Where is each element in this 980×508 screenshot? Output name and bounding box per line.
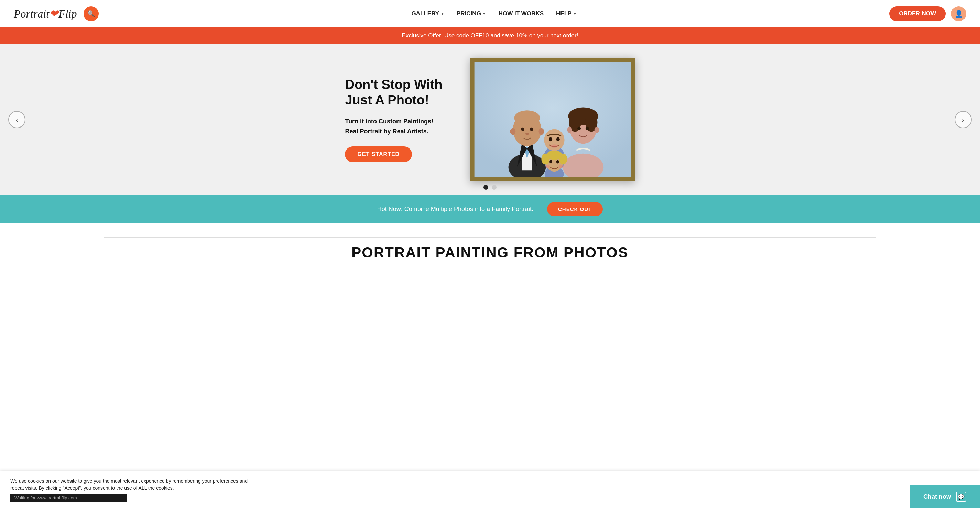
hero-section: ‹ Don't Stop With Just A Photo! Turn it … <box>0 44 980 195</box>
hero-subtext: Turn it into Custom Paintings! Real Port… <box>345 116 442 137</box>
divider-top <box>103 237 877 238</box>
main-nav: GALLERY ▼ PRICING ▼ HOW IT WORKS HELP ▼ <box>412 10 577 17</box>
hero-heading: Don't Stop With Just A Photo! <box>345 77 442 108</box>
svg-point-26 <box>556 137 560 141</box>
svg-point-36 <box>558 165 563 168</box>
user-account-button[interactable]: 👤 <box>951 6 966 21</box>
header-actions: ORDER NOW 👤 <box>889 6 966 21</box>
header-left: Portrait❤Flip 🔍 <box>14 6 99 21</box>
hot-now-text: Hot Now: Combine Multiple Photos into a … <box>377 206 533 213</box>
promo-text: Exclusive Offer: Use code OFF10 and save… <box>402 32 578 39</box>
search-icon: 🔍 <box>88 10 95 17</box>
carousel-dot-1[interactable] <box>484 185 488 190</box>
checkout-button[interactable]: CHECK OUT <box>547 202 603 216</box>
section-title: PORTRAIT PAINTING FROM PHOTOS <box>7 244 973 261</box>
carousel-dot-2[interactable] <box>492 185 496 190</box>
svg-point-22 <box>594 127 599 133</box>
hot-now-bar: Hot Now: Combine Multiple Photos into a … <box>0 195 980 223</box>
section-title-area: PORTRAIT PAINTING FROM PHOTOS <box>0 223 980 271</box>
header: Portrait❤Flip 🔍 GALLERY ▼ PRICING ▼ HOW … <box>0 0 980 27</box>
search-button[interactable]: 🔍 <box>84 6 99 21</box>
svg-point-8 <box>514 110 540 125</box>
logo[interactable]: Portrait❤Flip <box>14 7 77 20</box>
carousel-prev-button[interactable]: ‹ <box>8 111 25 128</box>
hero-text: Don't Stop With Just A Photo! Turn it in… <box>345 77 442 163</box>
hero-image <box>470 58 635 181</box>
portrait-painting <box>474 62 631 177</box>
order-now-button[interactable]: ORDER NOW <box>889 6 946 21</box>
chevron-left-icon: ‹ <box>16 116 18 124</box>
svg-point-21 <box>567 127 572 133</box>
svg-point-19 <box>578 127 581 130</box>
svg-point-10 <box>530 127 533 131</box>
svg-point-33 <box>549 160 552 164</box>
svg-point-27 <box>550 144 558 148</box>
user-icon: 👤 <box>955 10 963 18</box>
svg-point-9 <box>521 127 524 131</box>
chevron-down-icon: ▼ <box>441 12 444 16</box>
promo-bar: Exclusive Offer: Use code OFF10 and save… <box>0 27 980 44</box>
carousel-dots <box>484 185 496 190</box>
carousel-next-button[interactable]: › <box>955 111 972 128</box>
svg-point-34 <box>556 160 559 164</box>
chevron-right-icon: › <box>962 116 964 124</box>
chevron-down-icon: ▼ <box>573 12 577 16</box>
nav-help[interactable]: HELP ▼ <box>556 10 577 17</box>
svg-point-11 <box>525 133 528 135</box>
nav-how-it-works[interactable]: HOW IT WORKS <box>499 10 544 17</box>
svg-point-32 <box>546 151 562 160</box>
painting-frame <box>470 58 635 181</box>
svg-point-35 <box>545 165 550 168</box>
svg-point-12 <box>510 128 515 135</box>
get-started-button[interactable]: GET STARTED <box>345 146 412 162</box>
chevron-down-icon: ▼ <box>482 12 486 16</box>
nav-gallery[interactable]: GALLERY ▼ <box>412 10 444 17</box>
svg-point-20 <box>585 127 589 130</box>
svg-point-13 <box>538 128 544 135</box>
hero-inner: Don't Stop With Just A Photo! Turn it in… <box>0 44 980 195</box>
svg-point-25 <box>549 137 552 141</box>
nav-pricing[interactable]: PRICING ▼ <box>457 10 486 17</box>
